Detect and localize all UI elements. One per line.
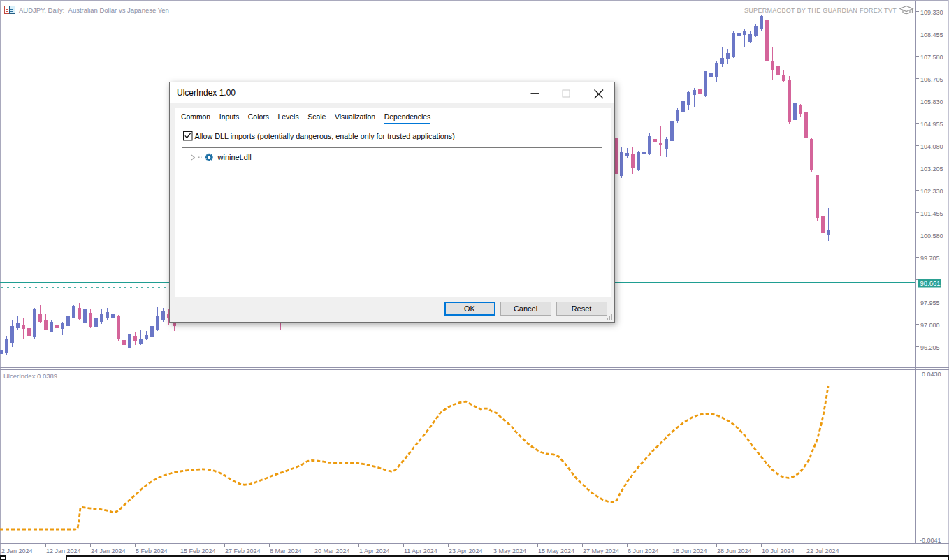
svg-text:103.205: 103.205 [920,165,943,172]
svg-text:12 Jan 2024: 12 Jan 2024 [46,547,81,554]
svg-text:0.0430: 0.0430 [922,371,941,378]
svg-text:1 Apr 2024: 1 Apr 2024 [359,547,390,554]
svg-text:AUDJPY, Daily: Australian Dol: AUDJPY, Daily: Australian Dollar vs Japa… [19,6,169,14]
svg-text:97.955: 97.955 [920,300,940,307]
svg-text:100.580: 100.580 [920,233,943,240]
svg-text:22 Jul 2024: 22 Jul 2024 [806,547,839,554]
svg-text:24 Jan 2024: 24 Jan 2024 [91,547,126,554]
svg-text:18 Jun 2024: 18 Jun 2024 [672,547,707,554]
svg-text:5 Feb 2024: 5 Feb 2024 [136,547,168,554]
svg-text:3 May 2024: 3 May 2024 [493,547,526,554]
svg-text:SUPERMACBOT BY THE GUARDIAN FO: SUPERMACBOT BY THE GUARDIAN FOREX TVT [744,7,897,14]
svg-text:28 Jun 2024: 28 Jun 2024 [717,547,752,554]
svg-text:6 Jun 2024: 6 Jun 2024 [628,547,659,554]
svg-text:2 Jan 2024: 2 Jan 2024 [1,547,33,554]
svg-text:104.080: 104.080 [920,143,943,150]
svg-text:15 May 2024: 15 May 2024 [538,547,574,554]
svg-text:8 Mar 2024: 8 Mar 2024 [270,547,302,554]
svg-text:-0.0041: -0.0041 [920,537,941,544]
svg-text:10 Jul 2024: 10 Jul 2024 [762,547,795,554]
svg-text:27 May 2024: 27 May 2024 [583,547,619,554]
svg-text:105.830: 105.830 [920,98,943,105]
svg-text:11 Apr 2024: 11 Apr 2024 [404,547,437,554]
svg-text:97.080: 97.080 [920,322,940,329]
svg-text:109.330: 109.330 [920,9,943,16]
svg-text:99.705: 99.705 [920,255,940,262]
svg-text:27 Feb 2024: 27 Feb 2024 [225,547,261,554]
svg-text:106.705: 106.705 [920,76,943,83]
svg-text:96.205: 96.205 [920,344,940,351]
svg-text:UlcerIndex 0.0389: UlcerIndex 0.0389 [3,372,57,380]
svg-text:98.661: 98.661 [920,279,941,287]
svg-text:15 Feb 2024: 15 Feb 2024 [180,547,216,554]
svg-text:23 Apr 2024: 23 Apr 2024 [449,547,483,554]
svg-text:104.955: 104.955 [920,121,943,128]
svg-text:108.455: 108.455 [920,31,943,38]
svg-text:101.455: 101.455 [920,210,943,217]
svg-text:102.330: 102.330 [920,188,943,195]
svg-text:20 Mar 2024: 20 Mar 2024 [314,547,350,554]
svg-text:107.580: 107.580 [920,54,943,61]
